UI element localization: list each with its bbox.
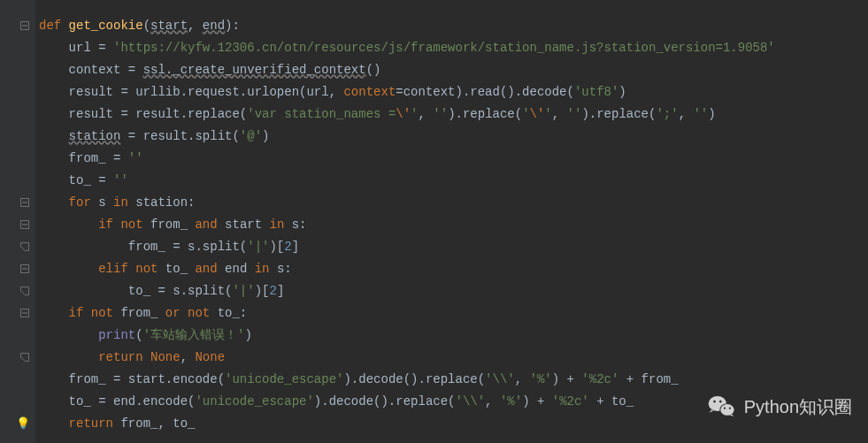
fold-minus-icon[interactable] — [19, 308, 30, 318]
editor-gutter: 💡 — [0, 0, 35, 443]
watermark: Python知识圈 — [707, 392, 852, 422]
code-line: if not from_ and start in s: — [39, 213, 868, 235]
svg-point-12 — [720, 404, 734, 416]
code-editor[interactable]: 💡 def get_cookie(start, end): url = 'htt… — [0, 0, 868, 443]
fold-minus-icon[interactable] — [19, 219, 30, 230]
wechat-icon — [707, 392, 737, 422]
svg-point-16 — [729, 408, 731, 409]
code-line: to_ = s.split('|')[2] — [39, 279, 868, 302]
fold-close-icon[interactable] — [19, 241, 30, 252]
svg-point-14 — [719, 401, 722, 403]
fold-close-icon[interactable] — [19, 352, 30, 363]
code-line: from_ = s.split('|')[2] — [39, 235, 868, 257]
lightbulb-icon[interactable]: 💡 — [16, 416, 30, 431]
code-line: from_ = '' — [39, 147, 868, 169]
code-line: context = ssl._create_unverified_context… — [39, 58, 868, 80]
svg-point-15 — [724, 408, 726, 409]
watermark-text: Python知识圈 — [744, 395, 852, 419]
code-content[interactable]: def get_cookie(start, end): url = 'https… — [35, 0, 868, 443]
code-line: return None, None — [39, 346, 868, 368]
fold-close-icon[interactable] — [19, 286, 30, 296]
code-line: result = result.replace('var station_nam… — [39, 103, 868, 125]
fold-minus-icon[interactable] — [19, 20, 30, 31]
fold-minus-icon[interactable] — [19, 197, 30, 208]
code-line: elif not to_ and end in s: — [39, 257, 868, 279]
fold-minus-icon[interactable] — [19, 264, 30, 274]
code-line: url = 'https://kyfw.12306.cn/otn/resourc… — [39, 36, 868, 58]
code-line: to_ = '' — [39, 169, 868, 191]
svg-point-13 — [713, 401, 716, 403]
code-line: if not from_ or not to_: — [39, 302, 868, 324]
code-line: def get_cookie(start, end): — [39, 14, 868, 36]
code-line: from_ = start.encode('unicode_escape').d… — [39, 368, 868, 390]
code-line: print('车站输入错误！') — [39, 324, 868, 346]
code-line: station = result.split('@') — [39, 125, 868, 147]
code-line: for s in station: — [39, 191, 868, 213]
code-line: result = urllib.request.urlopen(url, con… — [39, 80, 868, 103]
